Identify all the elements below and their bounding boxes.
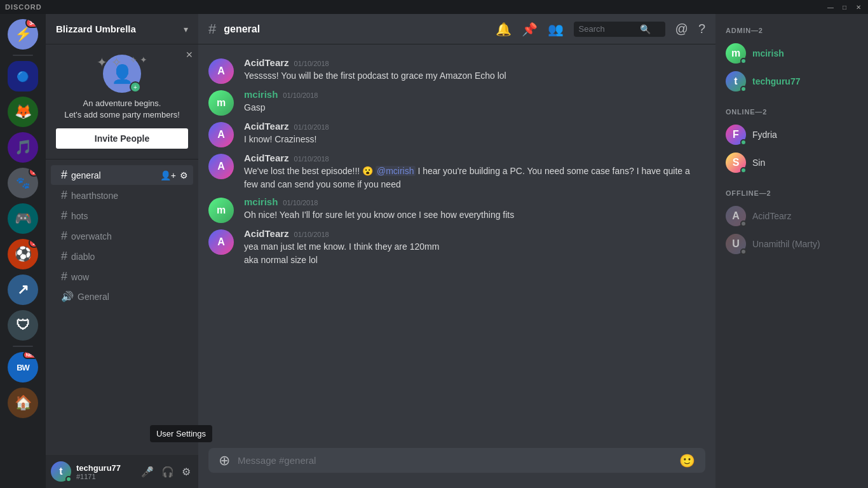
chat-channel-name: general	[224, 24, 260, 35]
offline-section: OFFLINE—2 A AcidTearz U Unamithil (Marty…	[721, 187, 863, 258]
member-item-techguru77[interactable]: t techguru77	[721, 67, 863, 95]
minimize-button[interactable]: —	[826, 3, 835, 11]
maximize-button[interactable]: □	[840, 3, 849, 11]
message-item: m mcirish 01/10/2018 Gasp	[198, 86, 715, 118]
channel-item-hots[interactable]: # hots	[51, 206, 193, 226]
search-box[interactable]: 🔍	[574, 22, 665, 37]
member-status-dot	[740, 139, 747, 146]
members-icon[interactable]: 👥	[548, 22, 564, 37]
headphones-button[interactable]: 🎧	[159, 463, 177, 480]
member-item-unamithil[interactable]: U Unamithil (Marty)	[721, 230, 863, 258]
invite-people-button[interactable]: Invite People	[56, 128, 188, 149]
channel-hash-icon: #	[208, 21, 216, 37]
home-badge: 34	[25, 19, 38, 28]
microphone-button[interactable]: 🎤	[139, 463, 156, 480]
message-content: AcidTearz 01/10/2018 We've lost the best…	[244, 152, 705, 191]
server-divider	[13, 55, 33, 56]
main-chat: # general 🔔 📌 👥 🔍 @ ? A AcidTearz	[198, 14, 715, 488]
invite-text: An adventure begins. Let's add some part…	[64, 98, 180, 121]
message-avatar: A	[208, 229, 234, 255]
at-icon[interactable]: @	[675, 22, 688, 36]
message-text: Oh nice! Yeah I'll for sure let you know…	[244, 208, 705, 222]
server-icon[interactable]: 🎮	[8, 203, 38, 234]
search-input[interactable]	[579, 24, 636, 34]
channel-item-diablo[interactable]: # diablo	[51, 247, 193, 266]
message-text: yea man just let me know. I think they a…	[244, 240, 705, 267]
emoji-button[interactable]: 🙂	[679, 453, 695, 468]
channel-item-voice-general[interactable]: 🔊 General	[51, 287, 193, 306]
message-author: mcirish	[244, 196, 278, 207]
invite-avatar-wrap: ✦ ✧ 👤 + ✧ ✦	[103, 55, 141, 93]
message-author: AcidTearz	[244, 121, 289, 132]
gear-icon[interactable]: ⚙	[180, 170, 188, 180]
channel-name: diablo	[71, 252, 95, 262]
message-input-area: ⊕ 🙂	[198, 448, 715, 488]
close-icon[interactable]: ✕	[186, 50, 193, 60]
message-content: mcirish 01/10/2018 Gasp	[244, 89, 705, 114]
member-avatar: S	[726, 152, 746, 173]
settings-button[interactable]: ⚙ User Settings	[179, 463, 193, 480]
message-timestamp: 01/10/2018	[294, 60, 329, 67]
add-attachment-button[interactable]: ⊕	[219, 452, 230, 469]
channel-item-overwatch[interactable]: # overwatch	[51, 226, 193, 246]
message-author: AcidTearz	[244, 57, 289, 68]
server-divider-2	[13, 346, 33, 347]
message-header: AcidTearz 01/10/2018	[244, 228, 705, 239]
channel-item-general[interactable]: # general 👤+ ⚙	[51, 165, 193, 185]
member-item-mcirish[interactable]: m mcirish	[721, 39, 863, 67]
app-title: DISCORD	[5, 3, 42, 11]
server-icon[interactable]: 🔵	[8, 61, 38, 92]
user-info: techguru77 #1171	[76, 463, 133, 480]
server-icon[interactable]: 🛡	[8, 310, 38, 341]
message-avatar: A	[208, 122, 234, 147]
member-item-sin[interactable]: S Sin	[721, 149, 863, 177]
channel-item-wow[interactable]: # wow	[51, 267, 193, 287]
server-icon[interactable]: 🎵	[8, 132, 38, 163]
message-input[interactable]	[238, 448, 672, 473]
message-text: Yesssss! You will be the first podcast t…	[244, 69, 705, 83]
channel-settings: 👤+ ⚙	[160, 170, 188, 180]
pin-icon[interactable]: 📌	[522, 22, 538, 37]
server-icon-bw[interactable]: BW NEW	[8, 352, 38, 383]
member-item-fydria[interactable]: F Fydria	[721, 121, 863, 149]
member-item-acidtearz[interactable]: A AcidTearz	[721, 202, 863, 230]
server-header[interactable]: Blizzard Umbrella ▾	[46, 14, 198, 44]
message-avatar: A	[208, 154, 234, 179]
server-icon[interactable]: 🦊	[8, 97, 38, 127]
server-icon[interactable]: ↗	[8, 274, 38, 305]
chat-header: # general 🔔 📌 👥 🔍 @ ?	[198, 14, 715, 44]
current-user-tag: #1171	[76, 473, 133, 480]
hash-icon: #	[61, 168, 67, 182]
member-avatar: m	[726, 43, 746, 64]
hash-icon: #	[61, 189, 67, 202]
message-item: m mcirish 01/10/2018 Oh nice! Yeah I'll …	[198, 194, 715, 226]
channel-name: wow	[71, 272, 89, 282]
mention: @mcirish	[376, 166, 416, 176]
channel-name: hots	[71, 211, 88, 221]
notification-bell-icon[interactable]: 🔔	[496, 22, 512, 37]
messages-list: A AcidTearz 01/10/2018 Yesssss! You will…	[198, 44, 715, 448]
invite-line2: Let's add some party members!	[64, 109, 180, 121]
add-member-icon[interactable]: 👤+	[160, 170, 176, 180]
speaker-icon: 🔊	[61, 290, 74, 302]
channel-list: # general 👤+ ⚙ # hearthstone # hots # ov…	[46, 159, 198, 455]
admin-section-title: ADMIN—2	[721, 24, 863, 37]
channel-item-hearthstone[interactable]: # hearthstone	[51, 186, 193, 205]
close-button[interactable]: ✕	[854, 3, 863, 11]
member-status-dot	[740, 86, 747, 92]
message-header: AcidTearz 01/10/2018	[244, 57, 705, 68]
server-icon[interactable]: 🐾 1	[8, 168, 38, 198]
member-avatar: F	[726, 125, 746, 145]
message-author: AcidTearz	[244, 152, 289, 163]
message-item: A AcidTearz 01/10/2018 I know! Craziness…	[198, 118, 715, 150]
user-area: t techguru77 #1171 🎤 🎧 ⚙ User Settings	[46, 455, 198, 488]
message-author: mcirish	[244, 89, 278, 100]
sparkles-left-icon: ✦ ✧	[97, 55, 122, 70]
message-avatar: m	[208, 90, 234, 116]
message-timestamp: 01/10/2018	[283, 199, 318, 207]
server-icon[interactable]: ⚽ 1	[8, 239, 38, 269]
home-button[interactable]: ⚡ 34	[8, 19, 38, 50]
help-icon[interactable]: ?	[698, 22, 705, 36]
member-avatar: A	[726, 206, 746, 226]
server-icon-house[interactable]: 🏠	[8, 388, 38, 418]
